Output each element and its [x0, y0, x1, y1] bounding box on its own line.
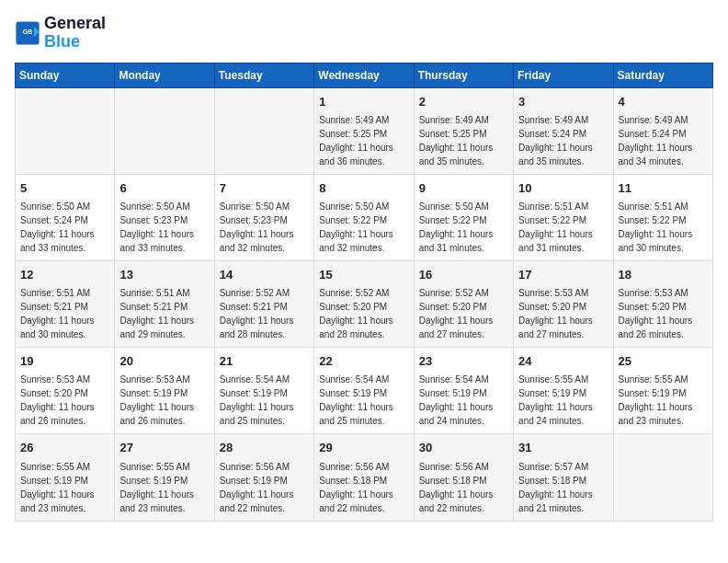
day-number: 21 — [220, 353, 309, 370]
day-number: 3 — [518, 94, 608, 110]
logo-icon: GB — [15, 20, 40, 46]
day-number: 24 — [518, 353, 608, 370]
day-info: Sunrise: 5:50 AM Sunset: 5:23 PM Dayligh… — [220, 200, 309, 255]
calendar-cell: 20Sunrise: 5:53 AM Sunset: 5:19 PM Dayli… — [115, 348, 214, 434]
day-info: Sunrise: 5:55 AM Sunset: 5:19 PM Dayligh… — [119, 460, 209, 515]
day-info: Sunrise: 5:52 AM Sunset: 5:20 PM Dayligh… — [419, 286, 508, 341]
day-number: 1 — [319, 94, 408, 110]
day-number: 2 — [419, 94, 508, 110]
calendar-cell: 12Sunrise: 5:51 AM Sunset: 5:21 PM Dayli… — [16, 260, 115, 347]
calendar-cell: 18Sunrise: 5:53 AM Sunset: 5:20 PM Dayli… — [613, 260, 712, 347]
day-info: Sunrise: 5:56 AM Sunset: 5:19 PM Dayligh… — [220, 460, 309, 515]
day-number: 6 — [119, 180, 209, 197]
calendar-cell — [115, 87, 214, 174]
week-row-5: 26Sunrise: 5:55 AM Sunset: 5:19 PM Dayli… — [16, 434, 713, 521]
day-number: 22 — [319, 353, 408, 370]
day-info: Sunrise: 5:51 AM Sunset: 5:22 PM Dayligh… — [619, 200, 708, 255]
day-info: Sunrise: 5:55 AM Sunset: 5:19 PM Dayligh… — [518, 373, 608, 428]
calendar-cell: 25Sunrise: 5:55 AM Sunset: 5:19 PM Dayli… — [613, 348, 712, 434]
calendar-cell: 9Sunrise: 5:50 AM Sunset: 5:22 PM Daylig… — [414, 174, 513, 260]
day-info: Sunrise: 5:50 AM Sunset: 5:23 PM Dayligh… — [119, 200, 209, 255]
day-info: Sunrise: 5:50 AM Sunset: 5:22 PM Dayligh… — [319, 200, 408, 255]
day-number: 18 — [619, 267, 708, 283]
day-info: Sunrise: 5:53 AM Sunset: 5:20 PM Dayligh… — [20, 373, 109, 428]
day-number: 9 — [419, 180, 508, 197]
calendar-cell: 27Sunrise: 5:55 AM Sunset: 5:19 PM Dayli… — [115, 434, 214, 521]
day-info: Sunrise: 5:53 AM Sunset: 5:20 PM Dayligh… — [619, 286, 708, 341]
day-number: 15 — [319, 267, 408, 283]
calendar-cell: 30Sunrise: 5:56 AM Sunset: 5:18 PM Dayli… — [414, 434, 513, 521]
day-number: 13 — [119, 267, 209, 283]
calendar-cell: 3Sunrise: 5:49 AM Sunset: 5:24 PM Daylig… — [514, 87, 613, 174]
calendar-cell: 2Sunrise: 5:49 AM Sunset: 5:25 PM Daylig… — [414, 87, 513, 174]
day-number: 10 — [518, 180, 608, 197]
page-header: GB GeneralBlue — [15, 15, 713, 52]
day-info: Sunrise: 5:54 AM Sunset: 5:19 PM Dayligh… — [319, 373, 408, 428]
calendar-cell: 29Sunrise: 5:56 AM Sunset: 5:18 PM Dayli… — [314, 434, 414, 521]
day-info: Sunrise: 5:57 AM Sunset: 5:18 PM Dayligh… — [518, 460, 608, 515]
day-info: Sunrise: 5:49 AM Sunset: 5:24 PM Dayligh… — [518, 113, 608, 168]
day-info: Sunrise: 5:54 AM Sunset: 5:19 PM Dayligh… — [220, 373, 309, 428]
calendar-cell: 28Sunrise: 5:56 AM Sunset: 5:19 PM Dayli… — [214, 434, 313, 521]
day-number: 31 — [518, 440, 608, 456]
day-info: Sunrise: 5:55 AM Sunset: 5:19 PM Dayligh… — [619, 373, 708, 428]
weekday-header-tuesday: Tuesday — [214, 63, 313, 87]
day-info: Sunrise: 5:56 AM Sunset: 5:18 PM Dayligh… — [319, 460, 408, 515]
calendar-cell: 8Sunrise: 5:50 AM Sunset: 5:22 PM Daylig… — [314, 174, 414, 260]
calendar-cell: 22Sunrise: 5:54 AM Sunset: 5:19 PM Dayli… — [314, 348, 414, 434]
calendar-cell: 16Sunrise: 5:52 AM Sunset: 5:20 PM Dayli… — [414, 260, 513, 347]
day-number: 28 — [220, 440, 309, 456]
weekday-header-saturday: Saturday — [613, 63, 712, 87]
day-number: 11 — [619, 180, 708, 197]
calendar-cell: 17Sunrise: 5:53 AM Sunset: 5:20 PM Dayli… — [514, 260, 613, 347]
day-info: Sunrise: 5:50 AM Sunset: 5:24 PM Dayligh… — [20, 200, 109, 255]
day-number: 7 — [220, 180, 309, 197]
calendar-cell: 1Sunrise: 5:49 AM Sunset: 5:25 PM Daylig… — [314, 87, 414, 174]
logo: GB GeneralBlue — [15, 15, 106, 52]
weekday-header-thursday: Thursday — [414, 63, 513, 87]
weekday-header-sunday: Sunday — [16, 63, 115, 87]
day-number: 19 — [20, 353, 109, 370]
day-info: Sunrise: 5:49 AM Sunset: 5:24 PM Dayligh… — [619, 113, 708, 168]
day-info: Sunrise: 5:52 AM Sunset: 5:21 PM Dayligh… — [220, 286, 309, 341]
calendar-cell: 5Sunrise: 5:50 AM Sunset: 5:24 PM Daylig… — [16, 174, 115, 260]
day-number: 23 — [419, 353, 508, 370]
calendar-cell: 26Sunrise: 5:55 AM Sunset: 5:19 PM Dayli… — [16, 434, 115, 521]
day-number: 26 — [20, 440, 109, 456]
day-info: Sunrise: 5:51 AM Sunset: 5:21 PM Dayligh… — [20, 286, 109, 341]
weekday-header-monday: Monday — [115, 63, 214, 87]
day-info: Sunrise: 5:52 AM Sunset: 5:20 PM Dayligh… — [319, 286, 408, 341]
day-info: Sunrise: 5:51 AM Sunset: 5:21 PM Dayligh… — [119, 286, 209, 341]
day-info: Sunrise: 5:53 AM Sunset: 5:19 PM Dayligh… — [119, 373, 209, 428]
day-info: Sunrise: 5:51 AM Sunset: 5:22 PM Dayligh… — [518, 200, 608, 255]
week-row-4: 19Sunrise: 5:53 AM Sunset: 5:20 PM Dayli… — [16, 348, 713, 434]
day-info: Sunrise: 5:49 AM Sunset: 5:25 PM Dayligh… — [319, 113, 408, 168]
day-number: 8 — [319, 180, 408, 197]
day-info: Sunrise: 5:56 AM Sunset: 5:18 PM Dayligh… — [419, 460, 508, 515]
day-info: Sunrise: 5:54 AM Sunset: 5:19 PM Dayligh… — [419, 373, 508, 428]
calendar-cell: 13Sunrise: 5:51 AM Sunset: 5:21 PM Dayli… — [115, 260, 214, 347]
calendar-cell: 4Sunrise: 5:49 AM Sunset: 5:24 PM Daylig… — [613, 87, 712, 174]
week-row-2: 5Sunrise: 5:50 AM Sunset: 5:24 PM Daylig… — [16, 174, 713, 260]
day-number: 25 — [619, 353, 708, 370]
day-number: 30 — [419, 440, 508, 456]
calendar-cell — [214, 87, 313, 174]
weekday-header-wednesday: Wednesday — [314, 63, 414, 87]
day-info: Sunrise: 5:55 AM Sunset: 5:19 PM Dayligh… — [20, 460, 109, 515]
calendar-cell — [613, 434, 712, 521]
weekday-header-friday: Friday — [514, 63, 613, 87]
calendar-cell: 19Sunrise: 5:53 AM Sunset: 5:20 PM Dayli… — [16, 348, 115, 434]
day-number: 16 — [419, 267, 508, 283]
calendar-cell: 15Sunrise: 5:52 AM Sunset: 5:20 PM Dayli… — [314, 260, 414, 347]
calendar-cell: 24Sunrise: 5:55 AM Sunset: 5:19 PM Dayli… — [514, 348, 613, 434]
calendar-cell: 21Sunrise: 5:54 AM Sunset: 5:19 PM Dayli… — [214, 348, 313, 434]
day-number: 12 — [20, 267, 109, 283]
logo-text: GeneralBlue — [44, 15, 106, 52]
day-number: 5 — [20, 180, 109, 197]
calendar-cell: 7Sunrise: 5:50 AM Sunset: 5:23 PM Daylig… — [214, 174, 313, 260]
day-number: 20 — [119, 353, 209, 370]
day-number: 14 — [220, 267, 309, 283]
day-info: Sunrise: 5:53 AM Sunset: 5:20 PM Dayligh… — [518, 286, 608, 341]
calendar-cell: 10Sunrise: 5:51 AM Sunset: 5:22 PM Dayli… — [514, 174, 613, 260]
day-number: 4 — [619, 94, 708, 110]
